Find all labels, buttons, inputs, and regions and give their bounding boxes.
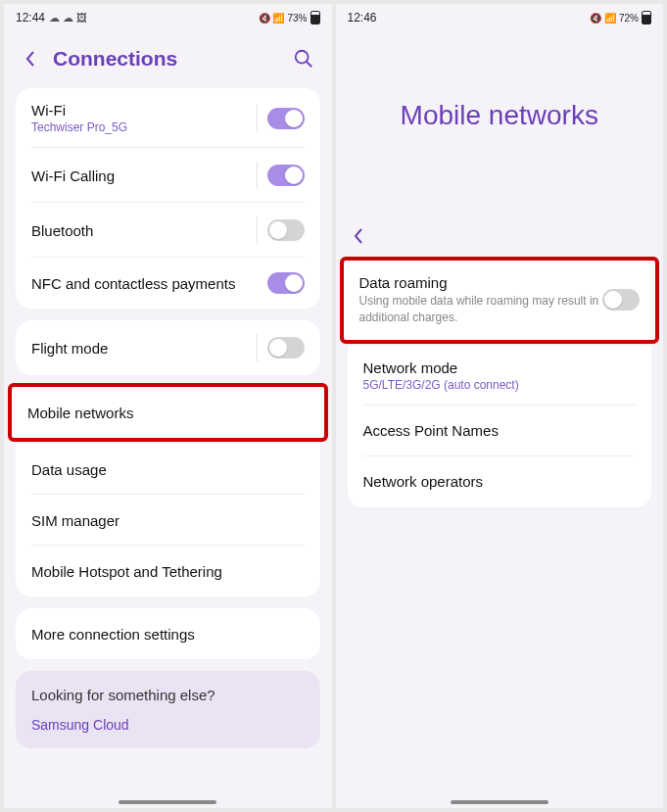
samsung-cloud-link[interactable]: Samsung Cloud: [31, 717, 305, 733]
hint-title: Looking for something else?: [31, 687, 305, 703]
nfc-label: NFC and contactless payments: [31, 275, 267, 292]
wifi-toggle[interactable]: [267, 108, 305, 129]
mobile-networks-row[interactable]: Mobile networks: [12, 387, 324, 438]
notification-icons: ☁ ☁ 🖼: [49, 12, 87, 24]
mobile-networks-label: Mobile networks: [27, 405, 309, 421]
signal-icons: 🔇 📶: [259, 13, 285, 24]
status-bar: 12:46 🔇 📶 72%: [336, 4, 664, 31]
sim-manager-label: SIM manager: [31, 512, 305, 529]
wifi-network: Techwiser Pro_5G: [31, 120, 251, 134]
data-roaming-row[interactable]: Data roaming Using mobile data while roa…: [344, 261, 656, 340]
page-title: Connections: [53, 47, 279, 71]
nfc-toggle[interactable]: [267, 272, 305, 294]
svg-line-1: [306, 62, 311, 68]
flight-mode-row[interactable]: Flight mode: [16, 320, 320, 375]
divider: [257, 334, 258, 361]
battery-percent: 72%: [619, 13, 639, 24]
data-usage-row[interactable]: Data usage: [16, 444, 320, 495]
hotspot-row[interactable]: Mobile Hotspot and Tethering: [16, 546, 320, 597]
header: Connections: [4, 31, 332, 82]
mobile-networks-screen: 12:46 🔇 📶 72% Mobile networks Data roami…: [336, 4, 664, 808]
connections-group-2: Flight mode: [16, 320, 320, 375]
battery-icon: [310, 11, 320, 24]
back-icon[interactable]: [350, 227, 367, 245]
bluetooth-label: Bluetooth: [31, 222, 251, 239]
network-operators-label: Network operators: [363, 473, 637, 490]
wifi-row[interactable]: Wi-Fi Techwiser Pro_5G: [16, 88, 320, 148]
status-time: 12:46: [348, 11, 377, 24]
more-settings-row[interactable]: More connection settings: [16, 608, 320, 659]
wifi-calling-label: Wi-Fi Calling: [31, 167, 251, 184]
more-settings-label: More connection settings: [31, 626, 305, 643]
connections-group-4: More connection settings: [16, 608, 320, 659]
divider: [257, 216, 258, 244]
bluetooth-row[interactable]: Bluetooth: [16, 203, 320, 258]
divider: [257, 162, 258, 189]
battery-icon: [642, 11, 651, 24]
data-roaming-highlight: Data roaming Using mobile data while roa…: [340, 257, 660, 344]
home-indicator[interactable]: [451, 800, 548, 804]
status-time: 12:44: [16, 11, 45, 24]
page-title: Mobile networks: [336, 31, 664, 219]
wifi-label: Wi-Fi: [31, 102, 251, 119]
apn-label: Access Point Names: [363, 422, 637, 439]
wifi-calling-row[interactable]: Wi-Fi Calling: [16, 148, 320, 203]
connections-group-3: Data usage SIM manager Mobile Hotspot an…: [16, 444, 320, 597]
search-icon[interactable]: [293, 48, 314, 70]
divider: [257, 105, 258, 132]
connections-screen: 12:44 ☁ ☁ 🖼 🔇 📶 73% Connections Wi-Fi Te…: [4, 4, 332, 808]
data-roaming-toggle[interactable]: [602, 289, 640, 310]
svg-point-0: [295, 51, 308, 64]
flight-mode-label: Flight mode: [31, 340, 251, 357]
data-roaming-label: Data roaming: [359, 274, 603, 291]
home-indicator[interactable]: [119, 800, 216, 804]
networks-group: Network mode 5G/LTE/3G/2G (auto connect)…: [348, 346, 652, 507]
status-bar: 12:44 ☁ ☁ 🖼 🔇 📶 73%: [4, 4, 332, 31]
wifi-calling-toggle[interactable]: [267, 165, 305, 186]
mobile-networks-highlight: Mobile networks: [8, 383, 328, 442]
battery-percent: 73%: [287, 13, 307, 24]
network-operators-row[interactable]: Network operators: [348, 456, 652, 507]
nfc-row[interactable]: NFC and contactless payments: [16, 258, 320, 309]
sim-manager-row[interactable]: SIM manager: [16, 495, 320, 546]
apn-row[interactable]: Access Point Names: [348, 406, 652, 456]
back-icon[interactable]: [22, 50, 39, 68]
network-mode-row[interactable]: Network mode 5G/LTE/3G/2G (auto connect): [348, 346, 652, 406]
header-bar: [336, 219, 664, 255]
data-roaming-sub: Using mobile data while roaming may resu…: [359, 293, 603, 326]
bluetooth-toggle[interactable]: [267, 219, 305, 241]
network-mode-label: Network mode: [363, 359, 637, 376]
data-usage-label: Data usage: [31, 461, 305, 478]
hotspot-label: Mobile Hotspot and Tethering: [31, 563, 305, 580]
connections-group-1: Wi-Fi Techwiser Pro_5G Wi-Fi Calling Blu…: [16, 88, 320, 309]
hint-card: Looking for something else? Samsung Clou…: [16, 671, 320, 748]
signal-icons: 🔇 📶: [590, 13, 616, 24]
flight-mode-toggle[interactable]: [267, 337, 305, 358]
network-mode-sub: 5G/LTE/3G/2G (auto connect): [363, 378, 637, 392]
